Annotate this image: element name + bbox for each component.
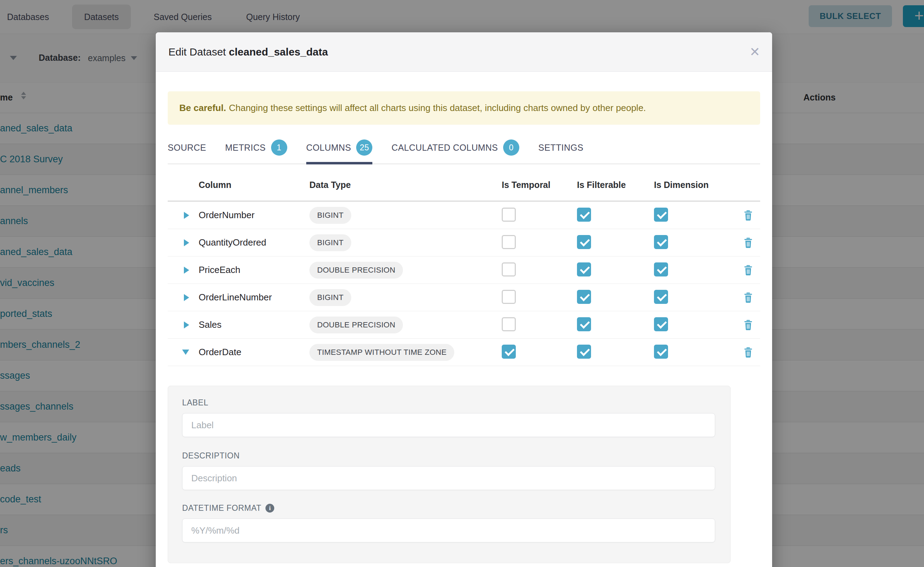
column-name: PriceEach <box>194 264 305 275</box>
delete-column-button[interactable] <box>736 264 760 276</box>
trash-icon <box>743 292 753 303</box>
column-row: QuantityOrderedBIGINT <box>168 229 760 256</box>
tab-calculated-columns[interactable]: CALCULATED COLUMNS0 <box>391 132 519 164</box>
modal-tabs: SOURCEMETRICS1COLUMNS25CALCULATED COLUMN… <box>168 132 760 164</box>
is-temporal-checkbox[interactable] <box>502 290 516 304</box>
warning-banner: Be careful. Changing these settings will… <box>168 92 760 125</box>
is-filterable-checkbox[interactable] <box>577 262 591 276</box>
delete-column-button[interactable] <box>736 210 760 221</box>
tab-count-badge: 0 <box>503 140 519 156</box>
expand-caret-icon[interactable] <box>168 294 194 301</box>
column-name: Sales <box>194 320 305 330</box>
label-field-label: LABEL <box>182 398 715 408</box>
expand-caret-icon[interactable] <box>168 212 194 219</box>
description-field-label: DESCRIPTION <box>182 451 715 460</box>
is-filterable-checkbox[interactable] <box>577 317 591 331</box>
data-type-pill: BIGINT <box>309 207 351 224</box>
delete-column-button[interactable] <box>736 237 760 248</box>
column-name: QuantityOrdered <box>194 237 305 248</box>
column-row: OrderDateTIMESTAMP WITHOUT TIME ZONE <box>168 339 760 366</box>
data-type-pill: DOUBLE PRECISION <box>309 316 403 333</box>
column-name: OrderLineNumber <box>194 292 305 303</box>
is-dimension-checkbox[interactable] <box>654 317 668 331</box>
column-name: OrderDate <box>194 347 305 358</box>
trash-icon <box>743 347 753 358</box>
is-dimension-header: Is Dimension <box>654 180 736 190</box>
collapse-caret-icon[interactable] <box>168 350 194 355</box>
warning-bold: Be careful. <box>179 103 226 114</box>
is-dimension-checkbox[interactable] <box>654 345 668 358</box>
trash-icon <box>743 264 753 276</box>
data-type-pill: BIGINT <box>309 234 351 251</box>
is-temporal-checkbox[interactable] <box>502 345 516 358</box>
tab-source[interactable]: SOURCE <box>168 132 206 164</box>
columns-table: Column Data Type Is Temporal Is Filterab… <box>168 170 760 366</box>
tab-label: COLUMNS <box>306 142 351 153</box>
label-input[interactable] <box>182 413 715 437</box>
data-type-pill: BIGINT <box>309 289 351 306</box>
screen: DatabasesDatasetsSaved QueriesQuery Hist… <box>0 0 924 567</box>
info-icon[interactable] <box>265 504 274 513</box>
delete-column-button[interactable] <box>736 347 760 358</box>
modal-header: Edit Dataset cleaned_sales_data ✕ <box>156 32 772 72</box>
tab-count-badge: 25 <box>356 140 372 156</box>
is-dimension-checkbox[interactable] <box>654 208 668 222</box>
column-row: OrderNumberBIGINT <box>168 202 760 229</box>
is-temporal-checkbox[interactable] <box>502 208 516 222</box>
columns-table-header: Column Data Type Is Temporal Is Filterab… <box>168 170 760 202</box>
delete-column-button[interactable] <box>736 292 760 303</box>
column-name: OrderNumber <box>194 210 305 220</box>
tab-label: CALCULATED COLUMNS <box>391 142 498 153</box>
trash-icon <box>743 210 753 221</box>
data-type-pill: TIMESTAMP WITHOUT TIME ZONE <box>309 344 454 361</box>
close-icon[interactable]: ✕ <box>749 32 760 72</box>
modal-title: Edit Dataset cleaned_sales_data <box>169 46 328 58</box>
edit-dataset-modal: Edit Dataset cleaned_sales_data ✕ Be car… <box>156 32 772 567</box>
expand-caret-icon[interactable] <box>168 321 194 328</box>
expand-caret-icon[interactable] <box>168 239 194 246</box>
is-temporal-checkbox[interactable] <box>502 317 516 331</box>
is-filterable-checkbox[interactable] <box>577 290 591 304</box>
tab-label: SOURCE <box>168 142 206 153</box>
trash-icon <box>743 237 753 248</box>
description-input[interactable] <box>182 466 715 490</box>
datetime-format-input[interactable] <box>182 519 715 542</box>
column-detail-panel: LABEL DESCRIPTION DATETIME FORMAT <box>168 386 731 563</box>
is-filterable-header: Is Filterable <box>577 180 654 190</box>
trash-icon <box>743 320 753 331</box>
tab-settings[interactable]: SETTINGS <box>538 132 583 164</box>
is-temporal-checkbox[interactable] <box>502 262 516 276</box>
expand-caret-icon[interactable] <box>168 267 194 274</box>
datetime-format-field-label: DATETIME FORMAT <box>182 503 715 513</box>
warning-text: Changing these settings will affect all … <box>229 103 646 114</box>
column-row: PriceEachDOUBLE PRECISION <box>168 256 760 284</box>
data-type-header: Data Type <box>305 180 502 190</box>
tab-columns[interactable]: COLUMNS25 <box>306 132 373 164</box>
is-filterable-checkbox[interactable] <box>577 235 591 249</box>
modal-body: Be careful. Changing these settings will… <box>156 92 772 563</box>
is-dimension-checkbox[interactable] <box>654 262 668 276</box>
tab-count-badge: 1 <box>271 140 287 156</box>
data-type-pill: DOUBLE PRECISION <box>309 262 403 279</box>
tab-label: METRICS <box>225 142 265 153</box>
is-temporal-checkbox[interactable] <box>502 235 516 249</box>
tab-metrics[interactable]: METRICS1 <box>225 132 287 164</box>
is-dimension-checkbox[interactable] <box>654 290 668 304</box>
delete-column-button[interactable] <box>736 320 760 331</box>
tab-label: SETTINGS <box>538 142 583 153</box>
is-dimension-checkbox[interactable] <box>654 235 668 249</box>
is-filterable-checkbox[interactable] <box>577 208 591 222</box>
column-row: SalesDOUBLE PRECISION <box>168 311 760 339</box>
column-row: OrderLineNumberBIGINT <box>168 284 760 311</box>
is-temporal-header: Is Temporal <box>502 180 577 190</box>
is-filterable-checkbox[interactable] <box>577 345 591 358</box>
column-header: Column <box>194 180 305 190</box>
